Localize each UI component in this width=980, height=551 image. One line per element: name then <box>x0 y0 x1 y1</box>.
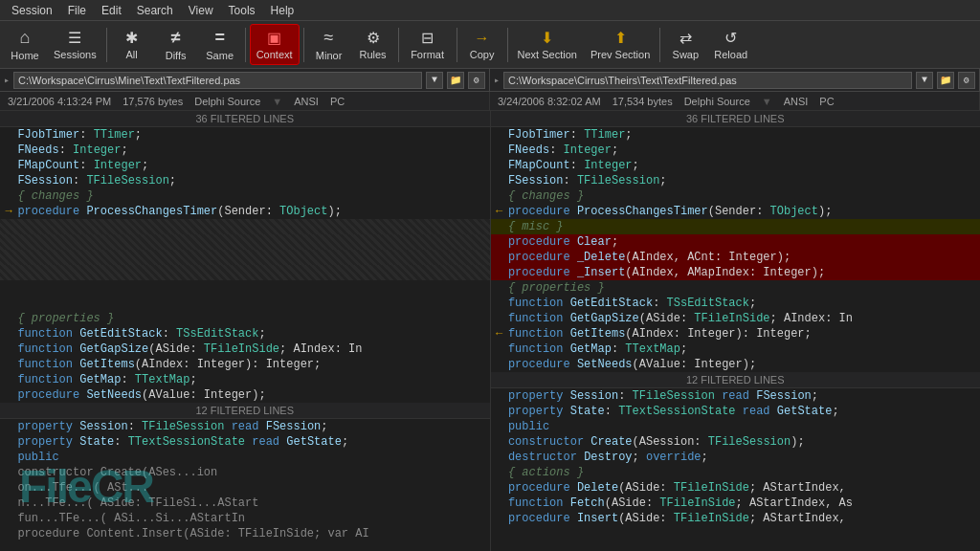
left-lang[interactable]: Delphi Source <box>194 96 260 107</box>
code-line: { properties } <box>0 311 490 326</box>
left-filter-bar: 36 FILTERED LINES <box>0 111 490 127</box>
code-line: function GetMap: TTextMap; <box>0 372 490 387</box>
code-line: { actions } <box>491 465 981 480</box>
code-line: function GetEditStack: TSsEditStack; <box>491 296 981 311</box>
right-date: 3/24/2006 8:32:02 AM <box>498 96 601 107</box>
diffs-button[interactable]: ≠ Diffs <box>155 24 197 65</box>
menu-view[interactable]: View <box>181 2 221 19</box>
left-date: 3/21/2006 4:13:24 PM <box>8 96 111 107</box>
code-line <box>0 296 490 311</box>
code-line: FSession: TFileSession; <box>491 173 981 188</box>
left-options-button[interactable]: ⚙ <box>468 72 485 89</box>
context-icon: ▣ <box>267 29 281 47</box>
code-line: public <box>491 419 981 434</box>
infobars: 3/21/2006 4:13:24 PM 17,576 bytes Delphi… <box>0 92 980 111</box>
sep4 <box>398 28 399 62</box>
reload-button[interactable]: ↺ Reload <box>708 25 753 64</box>
menu-file[interactable]: File <box>60 2 94 19</box>
menu-search[interactable]: Search <box>129 2 181 19</box>
menu-tools[interactable]: Tools <box>221 2 263 19</box>
code-line: public <box>0 450 490 465</box>
code-line: function GetGapSize(ASide: TFileInSide; … <box>0 342 490 357</box>
left-code-area[interactable]: → FJobTimer: TTimer; FNeeds: Integer; FM… <box>0 127 490 551</box>
right-expand-icon[interactable]: ▸ <box>494 75 500 86</box>
menu-edit[interactable]: Edit <box>94 2 129 19</box>
prev-section-button[interactable]: ⬆ Prev Section <box>585 25 656 64</box>
home-button[interactable]: ⌂ Home <box>4 24 46 65</box>
code-line: procedure Insert(ASide: TFileInSide; ASt… <box>491 511 981 526</box>
right-filter-label-2: 12 FILTERED LINES <box>686 374 785 386</box>
code-line: procedure Delete(ASide: TFileInSide; ASt… <box>491 480 981 496</box>
code-line: property Session: TFileSession read FSes… <box>0 419 490 434</box>
code-line: procedure SetNeeds(AValue: Integer); <box>0 387 490 403</box>
code-line-hatch <box>0 219 490 234</box>
left-encoding[interactable]: ANSI <box>294 96 319 107</box>
home-icon: ⌂ <box>20 28 31 48</box>
all-button[interactable]: ✱ All <box>111 25 153 64</box>
code-line: FNeeds: Integer; <box>491 143 981 158</box>
code-line <box>0 280 490 296</box>
diffs-icon: ≠ <box>171 28 181 48</box>
code-line: procedure ProcessChangesTimer(Sender: TO… <box>491 204 981 219</box>
format-button[interactable]: ⊟ Format <box>403 25 453 64</box>
sep1 <box>106 28 107 62</box>
right-encoding[interactable]: ANSI <box>784 96 809 107</box>
menu-help[interactable]: Help <box>263 2 302 19</box>
left-expand-icon[interactable]: ▸ <box>4 75 10 86</box>
prev-section-icon: ⬆ <box>614 29 627 47</box>
code-line: FMapCount: Integer; <box>491 158 981 173</box>
menu-session[interactable]: Session <box>4 2 60 19</box>
sessions-icon: ☰ <box>68 29 81 47</box>
right-options-button[interactable]: ⚙ <box>958 72 975 89</box>
right-lang[interactable]: Delphi Source <box>684 96 750 107</box>
code-line: function GetEditStack: TSsEditStack; <box>0 326 490 342</box>
same-button[interactable]: = Same <box>199 24 241 65</box>
right-filepath-input[interactable] <box>503 72 912 89</box>
code-line: { properties } <box>491 280 981 296</box>
code-line: constructor Create(ASession: TFileSessio… <box>491 434 981 450</box>
code-line: procedure SetNeeds(AValue: Integer); <box>491 357 981 372</box>
filebars: ▸ ▼ 📁 ⚙ ▸ ▼ 📁 ⚙ <box>0 69 980 92</box>
left-code-content[interactable]: → FJobTimer: TTimer; FNeeds: Integer; FM… <box>0 127 490 551</box>
next-section-button[interactable]: ⬇ Next Section <box>512 25 583 64</box>
right-eol[interactable]: PC <box>819 96 834 107</box>
right-filebar: ▸ ▼ 📁 ⚙ <box>490 69 980 91</box>
left-browse-button[interactable]: ▼ <box>426 72 443 89</box>
code-line: fun...TFe...( ASi...Si...AStartIn <box>0 511 490 526</box>
code-line-added: procedure _Delete(AIndex, ACnt: Integer)… <box>491 250 981 265</box>
code-line: on...Tfe...( ASt... <box>0 480 490 496</box>
left-diff-pane: 36 FILTERED LINES → FJobTimer: TTimer; F… <box>0 111 491 551</box>
code-line: { changes } <box>0 188 490 204</box>
format-icon: ⊟ <box>421 29 434 47</box>
right-code-content[interactable]: ← ← FJobTimer: TTimer; FNeeds: Integer; … <box>491 127 981 551</box>
code-line: property Session: TFileSession read FSes… <box>491 388 981 404</box>
left-filebar: ▸ ▼ 📁 ⚙ <box>0 69 490 91</box>
right-code-area[interactable]: ← ← FJobTimer: TTimer; FNeeds: Integer; … <box>491 127 981 551</box>
code-line: property State: TTextSessionState read G… <box>491 404 981 419</box>
code-line: function GetMap: TTextMap; <box>491 342 981 357</box>
sessions-button[interactable]: ☰ Sessions <box>48 25 102 64</box>
right-filter-label: 36 FILTERED LINES <box>686 113 785 124</box>
context-button[interactable]: ▣ Context <box>250 24 300 65</box>
code-line: procedure ProcessChangesTimer(Sender: TO… <box>0 204 490 219</box>
left-infobar: 3/21/2006 4:13:24 PM 17,576 bytes Delphi… <box>0 92 490 110</box>
copy-button[interactable]: → Copy <box>461 26 503 64</box>
code-line: destructor Destroy; override; <box>491 450 981 465</box>
sep2 <box>245 28 246 62</box>
right-size: 17,534 bytes <box>612 96 673 107</box>
right-folder-button[interactable]: 📁 <box>937 72 954 89</box>
code-line: function GetItems(AIndex: Integer): Inte… <box>0 357 490 372</box>
right-browse-button[interactable]: ▼ <box>916 72 933 89</box>
code-line: FJobTimer: TTimer; <box>0 127 490 143</box>
left-filter-bar-2: 12 FILTERED LINES <box>0 403 490 419</box>
left-filepath-input[interactable] <box>13 72 422 89</box>
rules-icon: ⚙ <box>367 29 380 47</box>
left-eol[interactable]: PC <box>330 96 345 107</box>
rules-button[interactable]: ⚙ Rules <box>352 25 394 64</box>
left-folder-button[interactable]: 📁 <box>447 72 464 89</box>
swap-button[interactable]: ⇄ Swap <box>664 25 706 64</box>
minor-button[interactable]: ≈ Minor <box>308 24 350 65</box>
toolbar: ⌂ Home ☰ Sessions ✱ All ≠ Diffs = Same ▣… <box>0 21 980 69</box>
asterisk-icon: ✱ <box>125 29 138 47</box>
same-icon: = <box>214 28 225 48</box>
